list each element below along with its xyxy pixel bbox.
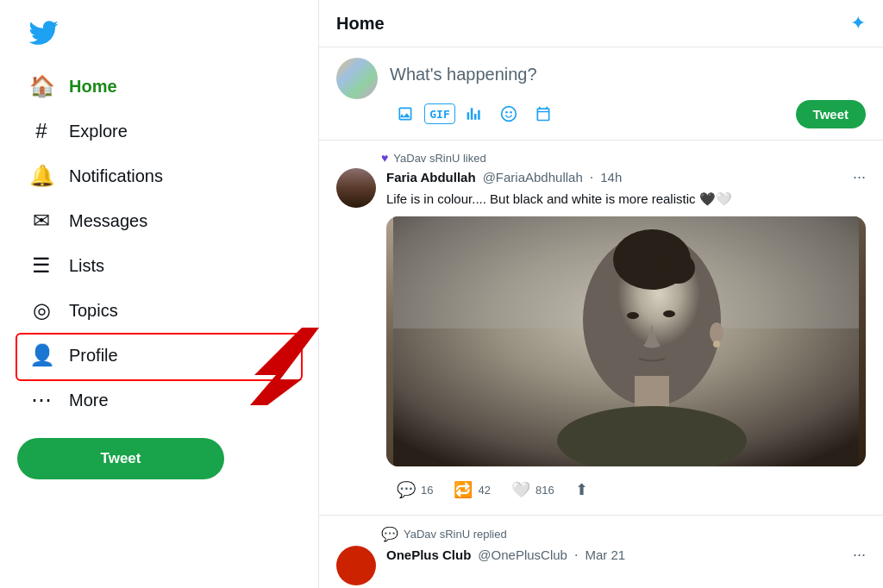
reply-count: 16 [421, 484, 433, 497]
home-icon: 🏠 [29, 74, 53, 98]
tweet-more-button[interactable]: ··· [853, 168, 866, 186]
tweet-feed: ♥ YaDav sRinU liked Faria Abdullah @Fari… [319, 141, 883, 588]
compose-tool-schedule[interactable] [528, 98, 559, 129]
reply-action[interactable]: 💬 16 [386, 475, 443, 504]
replied-icon: 💬 [381, 526, 398, 542]
replied-bar: 💬 YaDav sRinU replied [381, 526, 866, 542]
svg-point-13 [710, 322, 723, 343]
svg-point-14 [713, 341, 720, 347]
sidebar-item-more[interactable]: ⋯ More [17, 379, 301, 421]
sidebar-item-lists-label: Lists [69, 256, 104, 276]
twitter-logo[interactable] [28, 17, 301, 52]
tweet-avatar-image [336, 168, 376, 208]
liked-bar: ♥ YaDav sRinU liked [381, 151, 866, 165]
sparkle-icon[interactable]: ✦ [850, 12, 866, 34]
tweet-card-2: 💬 YaDav sRinU replied OnePlus Club @OneP… [319, 516, 883, 588]
retweet-count: 42 [478, 484, 490, 497]
tweet2-body: OnePlus Club @OnePlusClub · Mar 21 ··· [336, 546, 866, 585]
tweet2-time: Mar 21 [585, 547, 625, 562]
tweet2-dot: · [574, 547, 578, 563]
profile-wrapper: 👤 Profile [17, 335, 301, 379]
sidebar-item-profile-label: Profile [69, 346, 118, 366]
compose-tool-image[interactable] [390, 98, 421, 129]
sidebar-item-explore[interactable]: # Explore [17, 110, 301, 152]
sidebar-item-messages-label: Messages [69, 211, 147, 231]
sidebar-item-explore-label: Explore [69, 122, 128, 141]
tweet-card-1: ♥ YaDav sRinU liked Faria Abdullah @Fari… [319, 141, 883, 516]
svg-point-12 [663, 310, 675, 317]
replied-by-text: YaDav sRinU replied [404, 528, 507, 541]
svg-point-11 [627, 312, 639, 319]
tweet-button[interactable]: Tweet [17, 438, 224, 479]
compose-avatar-image [336, 58, 378, 99]
sidebar-item-more-label: More [69, 391, 109, 410]
svg-point-8 [661, 253, 695, 284]
tweet2-meta: OnePlus Club @OnePlusClub · Mar 21 ··· [386, 546, 866, 564]
tweet2-author-avatar[interactable] [336, 546, 376, 585]
retweet-action[interactable]: 🔁 42 [443, 475, 500, 504]
tweet-body: Faria Abdullah @FariaAbdhullah · 14h ···… [336, 168, 866, 504]
hash-icon: # [29, 119, 53, 143]
bell-icon: 🔔 [29, 164, 53, 188]
tweet-text: Life is in colour.... But black and whit… [386, 190, 866, 208]
sidebar-item-home-label: Home [69, 77, 117, 97]
compose-tool-gif[interactable]: GIF [424, 103, 455, 124]
like-count: 816 [535, 484, 554, 497]
sidebar-item-profile[interactable]: 👤 Profile [17, 335, 301, 376]
list-icon: ☰ [29, 253, 53, 278]
sidebar-item-notifications[interactable]: 🔔 Notifications [17, 155, 301, 197]
compose-area: What's happening? GIF Tweet [319, 47, 883, 141]
tweet2-content: OnePlus Club @OnePlusClub · Mar 21 ··· [386, 546, 866, 567]
tweet-author-handle[interactable]: @FariaAbdhullah [483, 170, 583, 185]
svg-point-3 [510, 111, 512, 114]
share-action[interactable]: ⬆ [565, 475, 598, 504]
main-content: Home ✦ What's happening? GIF [319, 0, 883, 588]
compose-right: What's happening? GIF Tweet [390, 58, 866, 129]
tweet-meta: Faria Abdullah @FariaAbdhullah · 14h ··· [386, 168, 866, 186]
tweet2-more-button[interactable]: ··· [853, 546, 866, 564]
tweet2-author-name[interactable]: OnePlus Club [386, 547, 471, 562]
svg-point-2 [505, 111, 508, 114]
retweet-icon: 🔁 [454, 480, 473, 499]
tweet-actions: 💬 16 🔁 42 🤍 816 ⬆ [386, 475, 866, 504]
liked-by-text: YaDav sRinU liked [393, 152, 485, 165]
main-header: Home ✦ [319, 0, 883, 47]
sidebar-item-notifications-label: Notifications [69, 166, 163, 186]
dots-icon: ⋯ [29, 388, 53, 412]
compose-placeholder[interactable]: What's happening? [390, 58, 866, 91]
liked-heart-icon: ♥ [381, 151, 388, 165]
sidebar-item-home[interactable]: 🏠 Home [17, 66, 301, 107]
sidebar: 🏠 Home # Explore 🔔 Notifications ✉ Messa… [0, 0, 319, 588]
tweet-dot: · [590, 170, 593, 185]
sidebar-item-messages[interactable]: ✉ Messages [17, 200, 301, 241]
page-title: Home [336, 14, 385, 34]
svg-point-1 [502, 107, 517, 122]
sidebar-item-lists[interactable]: ☰ Lists [17, 245, 301, 286]
tweet2-author-handle[interactable]: @OnePlusClub [478, 547, 567, 562]
compose-toolbar: GIF Tweet [390, 98, 866, 129]
sidebar-item-topics[interactable]: ◎ Topics [17, 290, 301, 331]
tweet-submit-button[interactable]: Tweet [796, 100, 866, 128]
user-icon: 👤 [29, 343, 53, 367]
compose-tool-emoji[interactable] [493, 98, 524, 129]
sidebar-item-topics-label: Topics [69, 301, 118, 321]
like-icon: 🤍 [511, 480, 530, 499]
like-action[interactable]: 🤍 816 [501, 475, 565, 504]
tweet-author-name[interactable]: Faria Abdullah [386, 170, 476, 185]
topics-icon: ◎ [29, 298, 53, 322]
envelope-icon: ✉ [29, 209, 53, 233]
tweet-image [386, 216, 866, 466]
tweet-content: Faria Abdullah @FariaAbdhullah · 14h ···… [386, 168, 866, 504]
share-icon: ⬆ [575, 480, 588, 499]
tweet-image-placeholder [386, 216, 866, 466]
compose-tool-poll[interactable] [459, 98, 490, 129]
reply-icon: 💬 [397, 480, 416, 499]
tweet-time: 14h [600, 170, 622, 185]
tweet-author-avatar[interactable] [336, 168, 376, 208]
compose-avatar [336, 58, 378, 99]
